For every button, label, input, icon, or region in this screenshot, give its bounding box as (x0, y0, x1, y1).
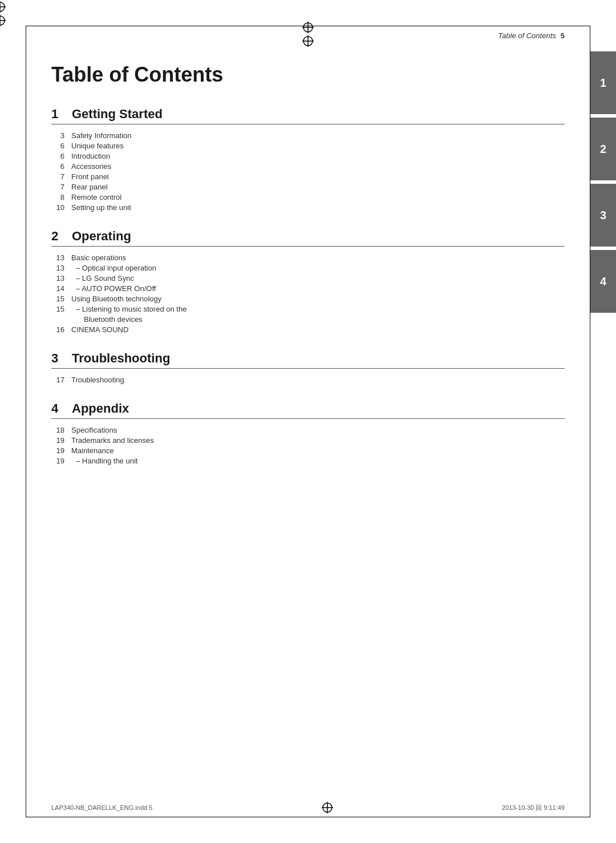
toc-text-sub: Handling the unit (71, 457, 137, 465)
toc-entry: 13 LG Sound Sync (51, 274, 565, 283)
toc-entry: 13 Basic operations (51, 253, 565, 262)
toc-page: 6 (51, 142, 71, 150)
border-bottom (26, 817, 590, 817)
page-header: Table of Contents 5 (498, 31, 565, 40)
section-1-number: 1 (51, 107, 63, 122)
toc-page: 6 (51, 162, 71, 171)
toc-entry: 14 AUTO POWER On/Off (51, 284, 565, 293)
toc-text: Troubleshooting (71, 376, 124, 384)
toc-entry: 19 Handling the unit (51, 457, 565, 465)
toc-page: 6 (51, 152, 71, 160)
footer-reg-mark (321, 801, 334, 814)
toc-text: Unique features (71, 142, 124, 150)
section-1-title: Getting Started (72, 107, 163, 122)
toc-text: Trademarks and licenses (71, 436, 154, 445)
section-1: 1 Getting Started 3 Safety Information 6… (51, 107, 565, 212)
toc-entry: 3 Safety Information (51, 131, 565, 140)
border-top (26, 26, 590, 26)
toc-entry: 15 Using Bluetooth technology (51, 295, 565, 303)
toc-text: Front panel (71, 172, 109, 181)
toc-page: 7 (51, 183, 71, 191)
tab-marker-1: 1 (590, 51, 616, 114)
toc-entry: Bluetooth devices (51, 315, 565, 324)
tab-label-2: 2 (600, 143, 606, 156)
toc-page: 17 (51, 376, 71, 384)
toc-text: Using Bluetooth technology (71, 295, 161, 303)
toc-text: Basic operations (71, 253, 126, 262)
header-title: Table of Contents (498, 31, 556, 40)
toc-page: 19 (51, 446, 71, 455)
reg-mark-top (0, 0, 308, 14)
toc-page: 10 (51, 203, 71, 212)
toc-entry: 7 Rear panel (51, 183, 565, 191)
toc-text-sub: LG Sound Sync (71, 274, 134, 283)
section-3-number: 3 (51, 351, 63, 366)
toc-entry: 16 CINEMA SOUND (51, 325, 565, 334)
page-title: Table of Contents (51, 63, 565, 87)
toc-page: 16 (51, 325, 71, 334)
toc-text: Safety Information (71, 131, 132, 140)
toc-entry: 19 Trademarks and licenses (51, 436, 565, 445)
section-2: 2 Operating 13 Basic operations 13 Optic… (51, 229, 565, 334)
toc-page: 7 (51, 172, 71, 181)
toc-page: 8 (51, 193, 71, 201)
main-content: Table of Contents 1 Getting Started 3 Sa… (51, 51, 565, 792)
toc-text-sub: Listening to music stored on the (71, 305, 187, 313)
page: Table of Contents 5 Table of Contents 1 … (0, 0, 616, 843)
toc-entry: 13 Optical input operation (51, 264, 565, 272)
toc-entry: 17 Troubleshooting (51, 376, 565, 384)
section-2-number: 2 (51, 229, 63, 244)
toc-text: Rear panel (71, 183, 108, 191)
section-2-header: 2 Operating (51, 229, 565, 247)
toc-entry: 6 Unique features (51, 142, 565, 150)
toc-entry: 8 Remote control (51, 193, 565, 201)
toc-entry: 6 Introduction (51, 152, 565, 160)
toc-page: 15 (51, 305, 71, 313)
section-2-title: Operating (72, 229, 131, 244)
toc-text: Introduction (71, 152, 110, 160)
toc-page: 18 (51, 426, 71, 434)
toc-page: 14 (51, 284, 71, 293)
toc-page: 13 (51, 274, 71, 283)
toc-page: 13 (51, 264, 71, 272)
toc-page: 15 (51, 295, 71, 303)
section-4: 4 Appendix 18 Specifications 19 Trademar… (51, 401, 565, 465)
toc-page: 19 (51, 457, 71, 465)
header-page-number: 5 (561, 31, 565, 40)
toc-entry: 15 Listening to music stored on the (51, 305, 565, 313)
tab-marker-4: 4 (590, 250, 616, 313)
section-4-number: 4 (51, 401, 63, 416)
section-3-title: Troubleshooting (72, 351, 170, 366)
toc-text-sub: AUTO POWER On/Off (71, 284, 156, 293)
section-3: 3 Troubleshooting 17 Troubleshooting (51, 351, 565, 384)
toc-text-indent: Bluetooth devices (71, 315, 143, 324)
section-3-header: 3 Troubleshooting (51, 351, 565, 369)
toc-entry: 18 Specifications (51, 426, 565, 434)
tab-marker-3: 3 (590, 184, 616, 247)
toc-text-sub: Optical input operation (71, 264, 156, 272)
tab-label-4: 4 (600, 275, 606, 288)
toc-text: Setting up the unit (71, 203, 131, 212)
toc-text: Remote control (71, 193, 121, 201)
footer-timestamp: 2013-10-30 回 9:11:49 (502, 804, 565, 812)
toc-page: 19 (51, 436, 71, 445)
section-4-title: Appendix (72, 401, 129, 416)
page-footer: LAP340-NB_DARELLK_ENG.indd 5 2013-10-30 … (51, 801, 565, 814)
toc-text: Specifications (71, 426, 117, 434)
tab-markers: 1 2 3 4 (590, 51, 616, 316)
toc-text: Accessories (71, 162, 111, 171)
tab-marker-2: 2 (590, 118, 616, 180)
toc-page: 13 (51, 253, 71, 262)
toc-entry: 6 Accessories (51, 162, 565, 171)
footer-filename: LAP340-NB_DARELLK_ENG.indd 5 (51, 804, 152, 811)
section-1-header: 1 Getting Started (51, 107, 565, 124)
tab-label-1: 1 (600, 76, 606, 90)
toc-text: CINEMA SOUND (71, 325, 128, 334)
toc-entry: 19 Maintenance (51, 446, 565, 455)
toc-text: Maintenance (71, 446, 114, 455)
border-left (26, 26, 26, 817)
section-4-header: 4 Appendix (51, 401, 565, 419)
toc-entry: 10 Setting up the unit (51, 203, 565, 212)
tab-label-3: 3 (600, 209, 606, 222)
toc-page: 3 (51, 131, 71, 140)
